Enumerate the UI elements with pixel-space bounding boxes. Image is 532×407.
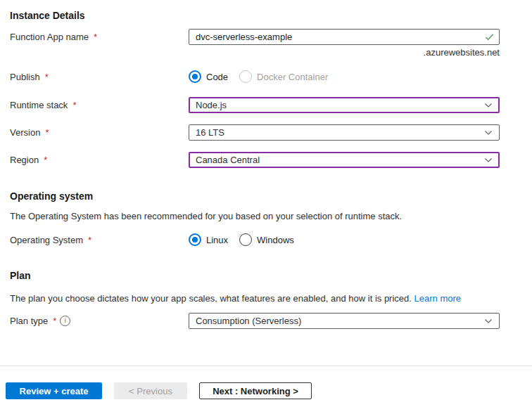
runtime-stack-select[interactable]: Node.js: [189, 97, 500, 113]
region-value: Canada Central: [196, 155, 260, 165]
radio-disabled-icon: [239, 70, 252, 83]
instance-details-heading: Instance Details: [10, 10, 85, 21]
next-networking-button[interactable]: Next : Networking >: [199, 382, 312, 399]
info-icon[interactable]: i: [60, 316, 70, 326]
plan-description: The plan you choose dictates how your ap…: [10, 293, 461, 304]
version-select[interactable]: 16 LTS: [189, 124, 500, 141]
chevron-down-icon: [484, 101, 493, 110]
learn-more-link[interactable]: Learn more: [414, 293, 461, 304]
required-asterisk: *: [53, 316, 56, 326]
radio-unselected-icon: [239, 233, 252, 246]
chevron-down-icon: [484, 129, 493, 137]
required-asterisk: *: [45, 127, 49, 138]
version-label: Version: [10, 127, 40, 138]
chevron-down-icon: [484, 156, 493, 164]
version-row: Version* 16 LTS: [10, 124, 532, 141]
version-value: 16 LTS: [196, 127, 224, 138]
validation-check-icon: [484, 32, 495, 42]
plan-description-text: The plan you choose dictates how your ap…: [10, 293, 412, 304]
function-app-name-input[interactable]: [189, 29, 500, 45]
plan-heading: Plan: [10, 270, 31, 281]
review-create-button[interactable]: Review + create: [6, 382, 102, 399]
operating-system-radio-group: Linux Windows: [189, 233, 500, 246]
required-asterisk: *: [88, 235, 91, 245]
operating-system-heading: Operating system: [10, 190, 93, 202]
os-option-linux[interactable]: Linux: [189, 233, 228, 246]
footer-button-bar: Review + create < Previous Next : Networ…: [6, 382, 312, 399]
required-asterisk: *: [94, 32, 97, 42]
domain-suffix-label: .azurewebsites.net: [189, 47, 500, 58]
function-app-name-row: Function App name*: [10, 29, 532, 45]
publish-row: Publish* Code Docker Container: [10, 70, 532, 84]
plan-type-label: Plan type: [10, 316, 48, 326]
operating-system-row: Operating System* Linux Windows: [10, 233, 532, 247]
plan-type-value: Consumption (Serverless): [196, 316, 301, 326]
plan-type-row: Plan type* i Consumption (Serverless): [10, 313, 532, 329]
region-row: Region* Canada Central: [10, 152, 532, 168]
region-select[interactable]: Canada Central: [189, 152, 500, 168]
publish-label: Publish: [10, 72, 40, 82]
runtime-stack-row: Runtime stack* Node.js: [10, 97, 532, 113]
required-asterisk: *: [72, 100, 76, 110]
publish-option-docker-container[interactable]: Docker Container: [239, 70, 328, 83]
runtime-stack-label: Runtime stack: [10, 100, 68, 110]
operating-system-label: Operating System: [10, 235, 83, 245]
region-label: Region: [10, 155, 39, 165]
required-asterisk: *: [45, 72, 49, 82]
footer-divider: [0, 366, 532, 366]
runtime-stack-value: Node.js: [196, 100, 227, 110]
chevron-down-icon: [484, 317, 493, 325]
publish-option-code[interactable]: Code: [189, 70, 228, 83]
radio-selected-icon: [189, 233, 201, 246]
previous-button[interactable]: < Previous: [114, 382, 187, 399]
operating-system-description: The Operating System has been recommende…: [10, 211, 402, 221]
publish-radio-group: Code Docker Container: [189, 70, 500, 83]
function-app-name-label: Function App name: [10, 32, 89, 42]
radio-selected-icon: [189, 70, 201, 83]
plan-type-select[interactable]: Consumption (Serverless): [189, 313, 500, 329]
os-option-windows[interactable]: Windows: [239, 233, 294, 246]
required-asterisk: *: [44, 155, 47, 165]
